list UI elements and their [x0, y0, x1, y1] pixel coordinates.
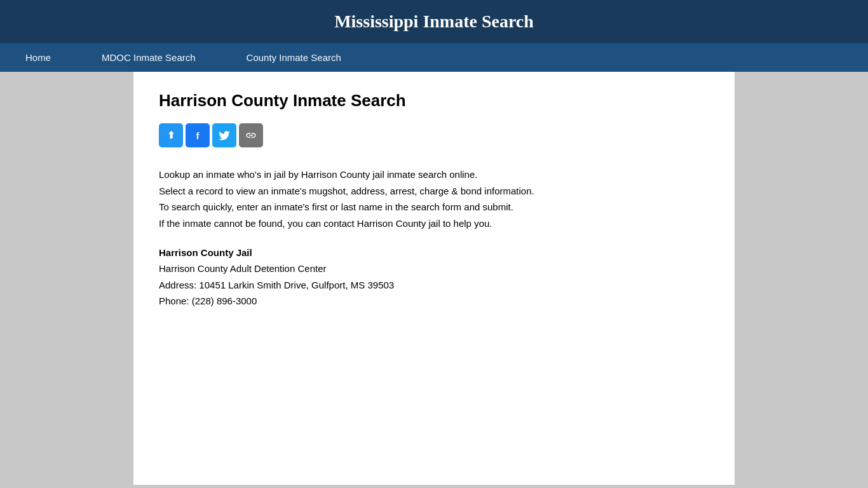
nav-item-mdoc[interactable]: MDOC Inmate Search — [76, 43, 221, 72]
site-header: Mississippi Inmate Search — [0, 0, 868, 43]
content-wrapper: Harrison County Inmate Search ⬆ f Lookup… — [133, 72, 735, 485]
description-line-1: Lookup an inmate who's in jail by Harris… — [159, 166, 709, 183]
jail-facility: Harrison County Adult Detention Center — [159, 261, 709, 277]
description-block: Lookup an inmate who's in jail by Harris… — [159, 166, 709, 231]
jail-info: Harrison County Jail Harrison County Adu… — [159, 247, 709, 309]
nav-item-county[interactable]: County Inmate Search — [221, 43, 367, 72]
site-title: Mississippi Inmate Search — [334, 11, 534, 31]
social-buttons: ⬆ f — [159, 123, 709, 147]
description-line-3: To search quickly, enter an inmate's fir… — [159, 199, 709, 215]
main-nav: Home MDOC Inmate Search County Inmate Se… — [0, 43, 868, 72]
jail-name: Harrison County Jail — [159, 247, 709, 258]
jail-address: Address: 10451 Larkin Smith Drive, Gulfp… — [159, 277, 709, 294]
copy-link-button[interactable] — [239, 123, 263, 147]
description-line-2: Select a record to view an inmate's mugs… — [159, 183, 709, 200]
page-title: Harrison County Inmate Search — [159, 91, 709, 111]
facebook-button[interactable]: f — [186, 123, 210, 147]
share-button[interactable]: ⬆ — [159, 123, 183, 147]
jail-phone: Phone: (228) 896-3000 — [159, 293, 709, 309]
nav-item-home[interactable]: Home — [0, 43, 76, 72]
twitter-button[interactable] — [212, 123, 236, 147]
description-line-4: If the inmate cannot be found, you can c… — [159, 215, 709, 232]
